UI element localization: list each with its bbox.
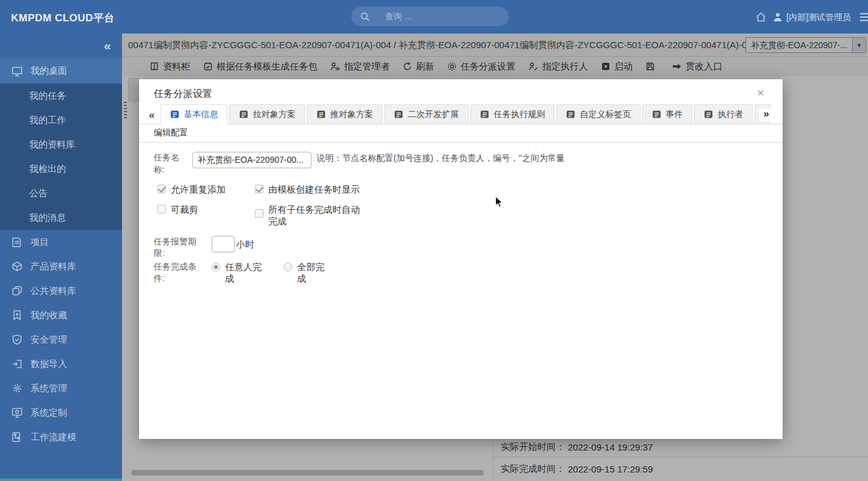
alarm-period-input[interactable] xyxy=(212,236,235,252)
product-library-icon xyxy=(11,260,23,273)
global-search[interactable] xyxy=(351,7,509,26)
sidebar-item-my-work[interactable]: 我的工作 xyxy=(0,108,122,132)
sidebar-item-label: 工作流建模 xyxy=(30,432,76,443)
sidebar-item-my-library[interactable]: 我的资料库 xyxy=(0,132,122,157)
show-on-template-create-checkbox[interactable]: 由模板创建任务时显示 xyxy=(255,183,360,196)
sidebar-item-announcements[interactable]: 公告 xyxy=(0,181,122,205)
tab-label: 基本信息 xyxy=(184,109,218,120)
checkbox-label: 允许重复添加 xyxy=(171,183,226,196)
system-custom-icon xyxy=(11,407,23,419)
user-icon[interactable] xyxy=(772,12,783,23)
sidebar-item-system-customization[interactable]: 系统定制 xyxy=(0,401,122,425)
search-icon xyxy=(360,12,370,22)
sidebar-item-my-checkouts[interactable]: 我检出的 xyxy=(0,157,122,181)
tab-notebook-icon xyxy=(239,110,248,119)
tab-notebook-icon xyxy=(652,110,661,119)
sidebar-item-label: 系统管理 xyxy=(30,383,67,394)
security-shield-icon xyxy=(11,333,23,346)
subtab-edit-config[interactable]: 编辑配置 xyxy=(154,127,188,138)
tab-executors[interactable]: 执行者 xyxy=(694,104,753,124)
auto-complete-subtasks-checkbox[interactable]: 所有子任务完成时自动完成 xyxy=(255,204,365,227)
tab-label: 推对象方案 xyxy=(330,109,373,120)
task-dispatch-settings-dialog: 任务分派设置 × « 基本信息 拉对象方案 推对象方案 二次开发扩展 任务执行规… xyxy=(139,79,783,439)
tab-notebook-icon xyxy=(170,110,179,119)
dialog-subtab-row: 编辑配置 xyxy=(139,124,783,143)
alarm-period-row: 任务报警期限: 小时 xyxy=(154,236,768,260)
sidebar-submenu: 我的任务 我的工作 我的资料库 我检出的 公告 我的消息 xyxy=(0,84,122,230)
sidebar-item-label: 我的桌面 xyxy=(30,65,67,77)
allow-duplicate-add-checkbox[interactable]: 允许重复添加 xyxy=(157,183,226,196)
anyone-complete-radio[interactable]: 任意人完成 xyxy=(212,261,263,285)
app-title: KMPDM CLOUD平台 xyxy=(11,11,115,25)
sidebar-item-my-desktop[interactable]: 我的桌面 xyxy=(0,59,122,84)
completion-condition-label: 任务完成条件: xyxy=(154,261,200,285)
checkbox-checked-icon[interactable] xyxy=(157,185,166,193)
all-complete-radio[interactable]: 全部完成 xyxy=(284,261,326,285)
tab-notebook-icon xyxy=(394,110,403,119)
tab-label: 二次开发扩展 xyxy=(407,109,459,120)
checkbox-unchecked-icon[interactable] xyxy=(255,209,264,218)
radio-unselected-icon[interactable] xyxy=(284,263,292,271)
checkbox-row-2: 可裁剪 所有子任务完成时自动完成 xyxy=(154,204,768,227)
tab-custom-tab-page[interactable]: 自定义标签页 xyxy=(556,104,640,124)
sidebar-collapse-button[interactable]: « xyxy=(104,38,111,53)
dialog-tab-bar: « 基本信息 拉对象方案 推对象方案 二次开发扩展 任务执行规则 自定义标签页 … xyxy=(139,104,783,124)
sidebar-item-system-management[interactable]: 系统管理 xyxy=(0,376,122,401)
tab-secondary-development[interactable]: 二次开发扩展 xyxy=(384,104,468,124)
trimmable-checkbox[interactable]: 可裁剪 xyxy=(157,204,198,216)
tab-pull-object-scheme[interactable]: 拉对象方案 xyxy=(229,104,305,124)
sidebar-item-projects[interactable]: 项目 xyxy=(0,230,122,254)
sidebar-item-label: 安全管理 xyxy=(30,334,67,346)
public-library-icon xyxy=(11,285,23,297)
checkbox-label: 由模板创建任务时显示 xyxy=(268,183,360,196)
tab-label: 事件 xyxy=(665,109,683,120)
task-name-hint: 说明：节点名称配置(加号连接)，任务负责人，编号，''之间为常量 xyxy=(317,152,569,164)
radio-label: 全部完成 xyxy=(297,261,326,285)
hamburger-menu-icon[interactable] xyxy=(859,12,868,23)
desktop-icon xyxy=(11,65,23,77)
tab-scroll-left-button[interactable]: « xyxy=(149,110,154,120)
sidebar-item-security[interactable]: 安全管理 xyxy=(0,327,122,352)
tab-task-execution-rules[interactable]: 任务执行规则 xyxy=(470,104,554,124)
tab-scroll-right-button[interactable]: » xyxy=(759,109,772,121)
tab-label: 自定义标签页 xyxy=(579,109,631,120)
project-icon xyxy=(11,236,23,248)
alarm-unit-label: 小时 xyxy=(236,236,254,252)
checkbox-checked-icon[interactable] xyxy=(255,185,264,193)
data-import-icon xyxy=(11,358,23,370)
radio-selected-icon[interactable] xyxy=(212,263,220,271)
search-input[interactable] xyxy=(385,12,482,21)
close-icon[interactable]: × xyxy=(757,86,764,99)
dialog-title: 任务分派设置 xyxy=(154,88,212,101)
checkbox-unchecked-icon[interactable] xyxy=(157,205,166,213)
sidebar-item-data-import[interactable]: 数据导入 xyxy=(0,352,122,376)
gear-icon xyxy=(11,382,23,394)
sidebar-item-label: 产品资料库 xyxy=(30,261,76,273)
sidebar-item-workflow-modeling[interactable]: 工作流建模 xyxy=(0,425,122,449)
sidebar: « 我的桌面 我的任务 我的工作 我的资料库 我检出的 公告 我的消息 项目 产… xyxy=(0,34,122,479)
tab-label: 执行者 xyxy=(717,109,743,120)
sidebar-item-label: 我的收藏 xyxy=(30,310,67,321)
sidebar-item-my-tasks[interactable]: 我的任务 xyxy=(0,84,122,108)
top-header: KMPDM CLOUD平台 [内部]测试管理员 xyxy=(0,0,868,34)
current-user-label[interactable]: [内部]测试管理员 xyxy=(786,12,851,23)
tab-notebook-icon xyxy=(480,110,489,119)
sidebar-item-product-library[interactable]: 产品资料库 xyxy=(0,254,122,279)
home-icon[interactable] xyxy=(755,12,767,23)
tab-events[interactable]: 事件 xyxy=(642,104,692,124)
radio-label: 任意人完成 xyxy=(225,261,263,285)
workflow-icon xyxy=(11,431,23,443)
sidebar-item-public-library[interactable]: 公共资料库 xyxy=(0,279,122,303)
tab-basic-info[interactable]: 基本信息 xyxy=(160,104,228,124)
basic-info-form: 任务名称: 说明：节点名称配置(加号连接)，任务负责人，编号，''之间为常量 允… xyxy=(139,143,783,285)
tab-notebook-icon xyxy=(704,110,713,119)
sidebar-item-my-messages[interactable]: 我的消息 xyxy=(0,205,122,230)
sidebar-item-favorites[interactable]: 我的收藏 xyxy=(0,303,122,327)
tab-push-object-scheme[interactable]: 推对象方案 xyxy=(307,104,382,124)
checkbox-row-1: 允许重复添加 由模板创建任务时显示 xyxy=(154,183,768,196)
task-name-input[interactable] xyxy=(192,152,312,168)
completion-condition-row: 任务完成条件: 任意人完成 全部完成 xyxy=(154,261,768,285)
tab-label: 拉对象方案 xyxy=(253,109,295,120)
favorites-icon xyxy=(11,309,23,321)
sidebar-item-label: 数据导入 xyxy=(30,358,67,370)
